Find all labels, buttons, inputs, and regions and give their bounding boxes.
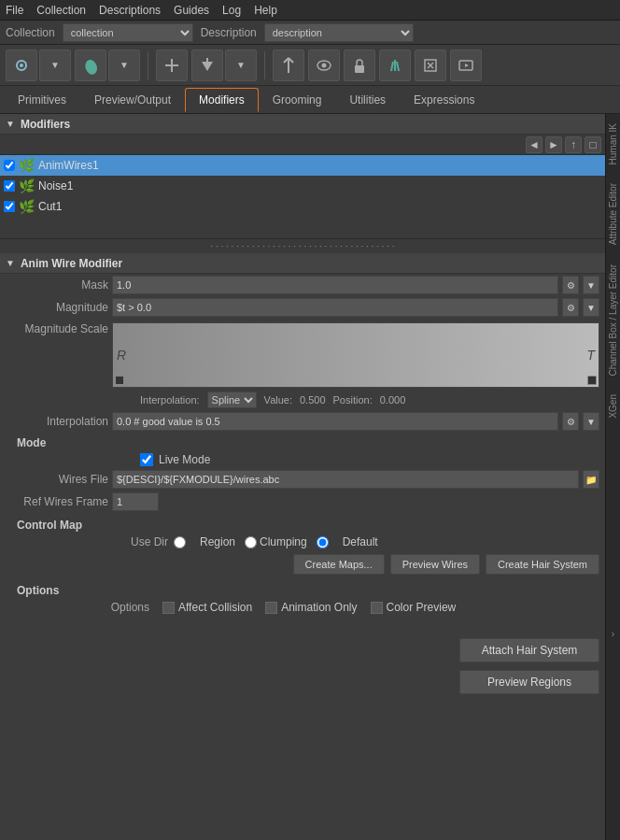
live-mode-label: Live Mode bbox=[159, 453, 210, 466]
toolbar-btn-fx[interactable] bbox=[415, 50, 446, 81]
menu-file[interactable]: File bbox=[6, 4, 23, 17]
tabs-bar: Primitives Preview/Output Modifiers Groo… bbox=[0, 86, 620, 114]
preview-regions-row: Preview Regions bbox=[0, 666, 605, 698]
toolbar-btn-lock[interactable] bbox=[344, 50, 375, 81]
wires-file-browse-btn[interactable]: 📁 bbox=[583, 470, 599, 489]
magnitude-btn-2[interactable]: ▼ bbox=[583, 298, 599, 317]
magnitude-input[interactable] bbox=[112, 298, 558, 317]
tab-preview-output[interactable]: Preview/Output bbox=[80, 88, 185, 112]
svg-point-1 bbox=[20, 64, 23, 67]
toolbar-btn-leaf[interactable] bbox=[75, 50, 106, 81]
magnitude-scale-box[interactable]: R T bbox=[112, 322, 599, 388]
tab-expressions[interactable]: Expressions bbox=[400, 88, 488, 112]
collection-select[interactable]: collection bbox=[63, 23, 193, 42]
magnitude-btn-1[interactable]: ⚙ bbox=[562, 298, 579, 317]
tab-utilities[interactable]: Utilities bbox=[335, 88, 400, 112]
modifier-icon-cut1: 🌿 bbox=[19, 199, 35, 214]
modifier-checkbox-cut1[interactable] bbox=[4, 201, 15, 212]
description-select[interactable]: description bbox=[264, 23, 414, 42]
tab-grooming[interactable]: Grooming bbox=[259, 88, 336, 112]
preview-wires-button[interactable]: Preview Wires bbox=[390, 554, 480, 575]
radio-group: Region Clumping Default bbox=[174, 535, 378, 548]
options-label: Options bbox=[0, 578, 605, 599]
wires-file-input[interactable] bbox=[112, 470, 579, 489]
modifier-icon-noise1: 🌿 bbox=[19, 178, 35, 193]
side-panel-expand[interactable]: › bbox=[612, 428, 614, 840]
mask-btn-1[interactable]: ⚙ bbox=[562, 276, 579, 294]
wires-file-label: Wires File bbox=[6, 473, 108, 486]
menu-descriptions[interactable]: Descriptions bbox=[99, 4, 161, 17]
mask-btn-2[interactable]: ▼ bbox=[583, 276, 599, 294]
create-maps-button[interactable]: Create Maps... bbox=[293, 554, 385, 575]
affect-collision-checkbox[interactable] bbox=[162, 602, 175, 614]
mask-input[interactable] bbox=[112, 276, 558, 294]
modifiers-section-header[interactable]: ▼ Modifiers bbox=[0, 114, 605, 135]
modifier-icon-animwires1: 🌿 bbox=[19, 158, 35, 173]
toolbar-btn-arrow3[interactable]: ▼ bbox=[225, 50, 257, 81]
mod-toolbar-btn-4[interactable]: □ bbox=[585, 136, 601, 153]
preview-regions-button[interactable]: Preview Regions bbox=[459, 670, 599, 694]
collection-bar: Collection collection Description descri… bbox=[0, 21, 620, 45]
animation-only-checkbox[interactable] bbox=[265, 602, 277, 614]
toolbar-btn-grass[interactable] bbox=[379, 50, 411, 81]
menu-bar: File Collection Descriptions Guides Log … bbox=[0, 0, 620, 21]
toolbar-btn-add[interactable] bbox=[156, 50, 188, 81]
side-panel-channel-box[interactable]: Channel Box / Layer Editor bbox=[606, 255, 620, 386]
description-label: Description bbox=[201, 26, 257, 39]
side-panel-human-ik[interactable]: Human IK bbox=[606, 114, 620, 174]
interp-btn-1[interactable]: ⚙ bbox=[562, 412, 579, 431]
mode-label: Mode bbox=[0, 433, 605, 451]
magnitude-scale-row: Magnitude Scale R T bbox=[0, 319, 605, 390]
menu-collection[interactable]: Collection bbox=[36, 4, 86, 17]
toolbar-btn-eye2[interactable] bbox=[308, 50, 340, 81]
option-animation-only: Animation Only bbox=[265, 601, 357, 614]
radio-region[interactable]: Region bbox=[174, 535, 235, 548]
mod-toolbar-btn-2[interactable]: ► bbox=[545, 136, 562, 153]
mod-toolbar-btn-1[interactable]: ◄ bbox=[526, 136, 542, 153]
radio-region-label: Region bbox=[189, 535, 235, 548]
tab-primitives[interactable]: Primitives bbox=[4, 88, 80, 112]
modifier-item-animwires1[interactable]: 🌿 AnimWires1 bbox=[0, 155, 605, 176]
modifier-checkbox-animwires1[interactable] bbox=[4, 160, 15, 171]
menu-help[interactable]: Help bbox=[254, 4, 277, 17]
radio-default-input[interactable] bbox=[317, 536, 329, 548]
anim-wire-section-header[interactable]: ▼ Anim Wire Modifier bbox=[0, 253, 605, 274]
attach-hair-system-button[interactable]: Attach Hair System bbox=[459, 638, 599, 662]
toolbar-btn-arrow2[interactable]: ▼ bbox=[108, 50, 140, 81]
modifier-item-cut1[interactable]: 🌿 Cut1 bbox=[0, 196, 605, 217]
interp-type-select[interactable]: Spline bbox=[207, 392, 257, 408]
modifier-checkbox-noise1[interactable] bbox=[4, 180, 15, 192]
mag-scale-left-label: R bbox=[117, 348, 126, 363]
interp-btn-2[interactable]: ▼ bbox=[583, 412, 599, 431]
menu-guides[interactable]: Guides bbox=[174, 4, 209, 17]
svg-rect-12 bbox=[355, 65, 364, 73]
toolbar-btn-down[interactable] bbox=[191, 50, 223, 81]
ref-wires-frame-row: Ref Wires Frame bbox=[0, 491, 605, 513]
radio-region-input[interactable] bbox=[174, 536, 186, 548]
side-panel-attribute-editor[interactable]: Attribute Editor bbox=[606, 174, 620, 254]
create-hair-system-button[interactable]: Create Hair System bbox=[486, 554, 599, 575]
magnitude-label: Magnitude bbox=[6, 301, 108, 314]
options-row: Options Affect Collision Animation Only … bbox=[0, 599, 605, 616]
radio-clumping-label: Clumping bbox=[260, 535, 307, 548]
live-mode-checkbox[interactable] bbox=[140, 453, 153, 466]
mag-scale-handle-right[interactable] bbox=[587, 376, 597, 385]
anim-wire-title: Anim Wire Modifier bbox=[21, 257, 122, 270]
radio-default[interactable]: Default bbox=[317, 535, 378, 548]
toolbar-btn-cross[interactable] bbox=[273, 50, 304, 81]
interpolation-input[interactable] bbox=[112, 412, 558, 431]
modifier-item-noise1[interactable]: 🌿 Noise1 bbox=[0, 176, 605, 196]
side-panel-xgen[interactable]: XGen bbox=[606, 385, 620, 428]
tab-modifiers[interactable]: Modifiers bbox=[185, 88, 259, 112]
radio-clumping[interactable]: Clumping bbox=[245, 535, 307, 548]
radio-clumping-input[interactable] bbox=[245, 536, 257, 548]
toolbar-btn-arrow[interactable]: ▼ bbox=[39, 50, 71, 81]
mag-scale-handle-left[interactable] bbox=[115, 376, 124, 385]
mod-toolbar-btn-3[interactable]: ↑ bbox=[565, 136, 582, 153]
color-preview-checkbox[interactable] bbox=[371, 602, 383, 614]
ref-wires-frame-input[interactable] bbox=[112, 492, 159, 511]
menu-log[interactable]: Log bbox=[222, 4, 241, 17]
mask-row: Mask ⚙ ▼ bbox=[0, 274, 605, 296]
toolbar-btn-eye[interactable] bbox=[6, 50, 37, 81]
toolbar-btn-render[interactable] bbox=[450, 50, 482, 81]
